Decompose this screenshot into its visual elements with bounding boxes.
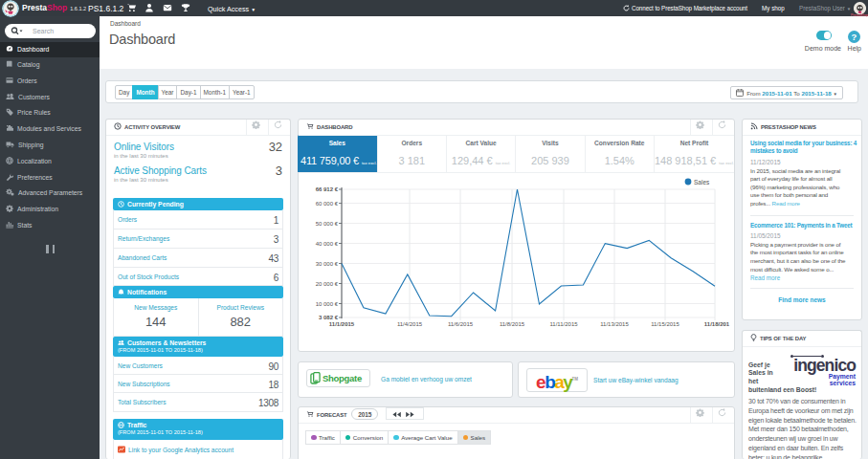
- svg-text:Sales: Sales: [694, 179, 710, 186]
- svg-text:11/6/2015: 11/6/2015: [448, 321, 474, 327]
- svg-text:11/11/2015: 11/11/2015: [549, 321, 578, 327]
- svg-text:20 000 €: 20 000 €: [316, 281, 339, 287]
- svg-text:11/13/2015: 11/13/2015: [600, 321, 629, 327]
- svg-text:11/18/201: 11/18/201: [704, 321, 730, 327]
- svg-text:50 000 €: 50 000 €: [316, 221, 339, 227]
- svg-text:66 912 €: 66 912 €: [316, 186, 339, 192]
- svg-text:40 000 €: 40 000 €: [316, 241, 339, 247]
- svg-text:11/8/2015: 11/8/2015: [500, 321, 525, 327]
- svg-text:30 000 €: 30 000 €: [316, 261, 339, 267]
- svg-text:11/15/2015: 11/15/2015: [651, 321, 679, 327]
- svg-text:10 000 €: 10 000 €: [316, 301, 339, 307]
- svg-text:11/1/2015: 11/1/2015: [329, 321, 355, 327]
- svg-text:3 082 €: 3 082 €: [319, 315, 339, 320]
- svg-text:11/4/2015: 11/4/2015: [397, 321, 423, 327]
- svg-text:60 000 €: 60 000 €: [316, 201, 339, 207]
